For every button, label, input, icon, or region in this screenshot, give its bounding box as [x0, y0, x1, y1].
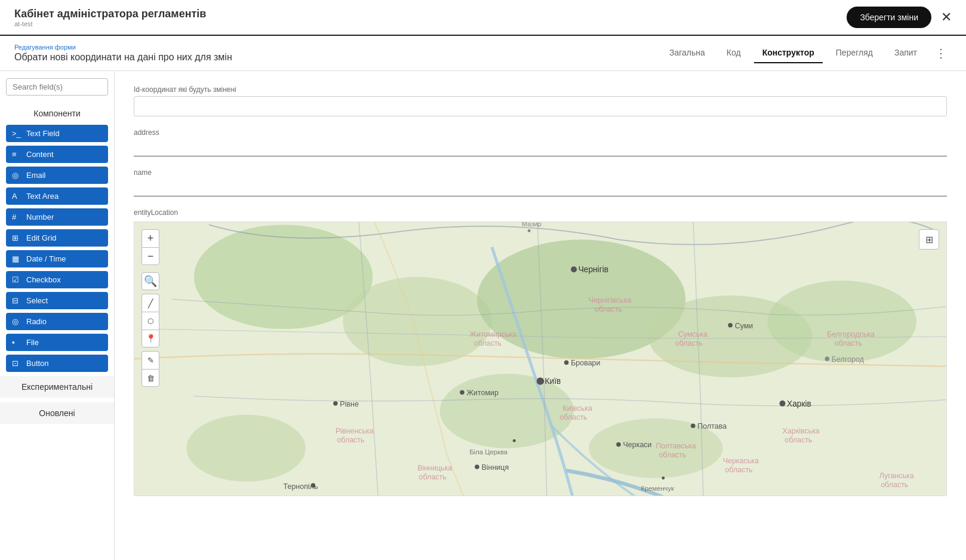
svg-point-2 [343, 277, 492, 367]
map-layers-button[interactable]: ⊞ [919, 229, 939, 250]
svg-point-39 [528, 229, 531, 232]
svg-text:Тернопіль: Тернопіль [284, 482, 318, 491]
component-date-time[interactable]: ▦ Date / Time [6, 250, 108, 267]
svg-text:Рівненська: Рівненська [336, 427, 374, 435]
component-email[interactable]: ◎ Email [6, 167, 108, 184]
date-time-icon: ▦ [12, 254, 21, 263]
more-menu-button[interactable]: ⋮ [930, 44, 952, 63]
app-header-left: Кабінет адміністратора регламентів at-te… [14, 8, 206, 27]
svg-text:Луганська: Луганська [879, 472, 914, 480]
svg-point-11 [537, 377, 544, 384]
zoom-in-button[interactable]: + [141, 229, 159, 247]
tab-konstruktor[interactable]: Конструктор [754, 43, 823, 63]
component-text-area[interactable]: A Text Area [6, 187, 108, 205]
address-field-group: address [134, 128, 947, 156]
svg-point-19 [728, 323, 732, 327]
svg-text:область: область [337, 436, 364, 444]
entity-location-group: entityLocation [134, 208, 947, 496]
delete-button[interactable]: 🗑 [141, 369, 159, 387]
component-button[interactable]: ⊡ Button [6, 355, 108, 372]
component-edit-grid[interactable]: ⊞ Edit Grid [6, 229, 108, 247]
app-subtitle: at-test [14, 20, 206, 27]
svg-point-31 [513, 439, 516, 442]
tab-kod[interactable]: Код [718, 43, 749, 63]
content-label: Content [26, 150, 54, 159]
svg-text:область: область [675, 339, 703, 347]
content-area: Id-координат які будуть змінені address … [115, 71, 966, 560]
zoom-out-button[interactable]: − [141, 247, 159, 265]
draw-polygon-button[interactable]: ⬡ [141, 312, 159, 330]
select-label: Select [26, 296, 48, 305]
tab-zapyt[interactable]: Запит [886, 43, 925, 63]
edit-button[interactable]: ✎ [141, 351, 159, 369]
search-input[interactable] [6, 78, 108, 96]
radio-label: Radio [26, 317, 47, 326]
form-nav-label: Редагування форми [14, 44, 232, 51]
svg-text:Чернігів: Чернігів [579, 265, 608, 274]
component-checkbox[interactable]: ☑ Checkbox [6, 271, 108, 288]
map-container: Чернігів Київ Бровари Житомир Рівне [134, 221, 947, 496]
updated-section[interactable]: Оновлені [0, 402, 114, 424]
map-search-button[interactable]: 🔍 [141, 272, 159, 290]
text-field-label: Text Field [26, 129, 60, 138]
svg-text:Бровари: Бровари [571, 359, 600, 367]
edit-tools: ✎ 🗑 [141, 351, 159, 387]
component-text-field[interactable]: >_ Text Field [6, 125, 108, 142]
svg-text:область: область [559, 413, 587, 421]
address-field-input[interactable] [134, 139, 947, 156]
component-radio[interactable]: ◎ Radio [6, 313, 108, 330]
svg-point-15 [460, 390, 464, 394]
sidebar: Компоненти >_ Text Field ≡ Content ◎ Ema… [0, 71, 115, 560]
main-layout: Компоненти >_ Text Field ≡ Content ◎ Ema… [0, 71, 966, 560]
id-field-input[interactable] [134, 96, 947, 116]
text-field-icon: >_ [12, 129, 21, 138]
svg-point-13 [564, 360, 568, 364]
svg-text:Київ: Київ [544, 377, 561, 386]
date-time-label: Date / Time [26, 254, 66, 263]
app-title: Кабінет адміністратора регламентів [14, 8, 206, 20]
edit-grid-label: Edit Grid [26, 233, 57, 242]
draw-line-button[interactable]: ╱ [141, 294, 159, 312]
svg-text:Київська: Київська [562, 404, 592, 413]
svg-text:Суми: Суми [735, 322, 753, 330]
app-header-right: Зберегти зміни ✕ [847, 7, 952, 28]
svg-text:Белгородська: Белгородська [827, 330, 875, 339]
number-icon: # [12, 213, 21, 221]
layers-icon: ⊞ [925, 234, 933, 245]
map-controls: + − 🔍 ╱ ⬡ 📍 ✎ 🗑 [141, 229, 159, 387]
svg-text:Кременчук: Кременчук [641, 485, 674, 492]
svg-text:Біла Церква: Біла Церква [469, 448, 507, 456]
form-nav-title: Обрати нові координати на дані про них д… [14, 52, 232, 63]
component-file[interactable]: ▪ File [6, 334, 108, 351]
svg-text:область: область [595, 305, 622, 313]
form-nav: Редагування форми Обрати нові координати… [0, 36, 966, 71]
svg-text:Вінницька: Вінницька [417, 464, 452, 472]
svg-text:Чернігівська: Чернігівська [589, 296, 631, 304]
draw-point-button[interactable]: 📍 [141, 330, 159, 347]
app-header: Кабінет адміністратора регламентів at-te… [0, 0, 966, 36]
experimental-section[interactable]: Експериментальні [0, 376, 114, 398]
name-field-input[interactable] [134, 179, 947, 196]
svg-text:Мазир: Мазир [522, 222, 542, 227]
save-button[interactable]: Зберегти зміни [847, 7, 931, 28]
component-select[interactable]: ⊟ Select [6, 292, 108, 309]
tab-perehliad[interactable]: Перегляд [827, 43, 881, 63]
close-button[interactable]: ✕ [941, 10, 952, 25]
id-field-label: Id-координат які будуть змінені [134, 85, 947, 94]
number-label: Number [26, 213, 54, 221]
svg-text:Сумська: Сумська [678, 330, 707, 339]
radio-icon: ◎ [12, 317, 21, 326]
content-icon: ≡ [12, 150, 21, 159]
svg-text:Черкаська: Черкаська [723, 457, 759, 465]
checkbox-label: Checkbox [26, 275, 61, 284]
name-label: name [134, 168, 947, 177]
svg-text:область: область [785, 436, 812, 444]
component-content[interactable]: ≡ Content [6, 146, 108, 163]
svg-text:Харківська: Харківська [783, 427, 820, 435]
component-number[interactable]: # Number [6, 208, 108, 226]
tab-zahalna[interactable]: Загальна [661, 43, 713, 63]
form-nav-left: Редагування форми Обрати нові координати… [14, 44, 232, 63]
svg-point-9 [571, 266, 577, 272]
svg-text:Харків: Харків [787, 399, 811, 408]
svg-text:Полтавська: Полтавська [656, 442, 696, 450]
